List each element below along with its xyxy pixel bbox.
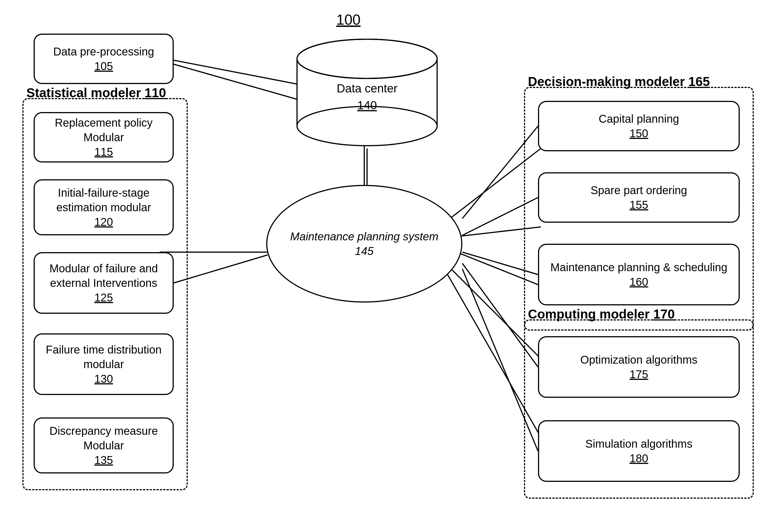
- data-preprocessing-ref: 105: [94, 59, 113, 73]
- data-preprocessing-box: Data pre-processing 105: [34, 34, 174, 84]
- maintenance-planning-label: Maintenance planning & scheduling: [550, 260, 727, 275]
- modular-failure-ref: 125: [94, 290, 113, 305]
- svg-line-17: [174, 255, 268, 283]
- maintenance-system-ref: 145: [355, 245, 374, 257]
- maintenance-system-label: Maintenance planning system: [290, 230, 438, 243]
- data-preprocessing-label: Data pre-processing: [53, 44, 154, 59]
- data-center-cylinder: Data center 140: [294, 36, 440, 148]
- computing-modeler-title: Computing modeler 170: [528, 306, 675, 322]
- discrepancy-box: Discrepancy measure Modular 135: [34, 417, 174, 473]
- initial-failure-ref: 120: [94, 215, 113, 229]
- replacement-policy-ref: 115: [94, 145, 113, 159]
- failure-time-ref: 130: [94, 371, 113, 386]
- svg-point-10: [297, 106, 437, 146]
- optimization-box: Optimization algorithms 175: [538, 336, 740, 398]
- optimization-label: Optimization algorithms: [580, 352, 697, 367]
- initial-failure-box: Initial-failure-stage estimation modular…: [34, 179, 174, 235]
- spare-part-box: Spare part ordering 155: [538, 172, 740, 223]
- spare-part-label: Spare part ordering: [591, 183, 687, 198]
- spare-part-ref: 155: [630, 198, 648, 212]
- modular-failure-box: Modular of failure and external Interven…: [34, 252, 174, 314]
- svg-text:Data center: Data center: [337, 82, 397, 95]
- capital-planning-label: Capital planning: [599, 111, 679, 126]
- simulation-label: Simulation algorithms: [585, 436, 692, 451]
- optimization-ref: 175: [630, 367, 648, 382]
- initial-failure-label: Initial-failure-stage estimation modular: [35, 185, 173, 215]
- decision-making-title: Decision-making modeler 165: [528, 74, 710, 89]
- maintenance-planning-oval: Maintenance planning system 145: [266, 185, 462, 303]
- replacement-policy-label: Replacement policy Modular: [35, 115, 173, 145]
- discrepancy-label: Discrepancy measure Modular: [35, 424, 173, 453]
- modular-failure-label: Modular of failure and external Interven…: [35, 261, 173, 290]
- capital-planning-ref: 150: [630, 126, 648, 141]
- top-label: 100: [336, 11, 361, 28]
- svg-text:140: 140: [357, 99, 377, 112]
- simulation-box: Simulation algorithms 180: [538, 420, 740, 482]
- replacement-policy-box: Replacement policy Modular 115: [34, 112, 174, 162]
- failure-time-label: Failure time distribution modular: [35, 342, 173, 371]
- svg-line-15: [174, 60, 297, 84]
- failure-time-box: Failure time distribution modular 130: [34, 333, 174, 395]
- capital-planning-box: Capital planning 150: [538, 101, 740, 151]
- simulation-ref: 180: [630, 451, 648, 466]
- svg-point-11: [298, 40, 436, 77]
- discrepancy-ref: 135: [94, 453, 113, 467]
- maintenance-planning-box: Maintenance planning & scheduling 160: [538, 244, 740, 305]
- diagram: 100 Data pre-processing 105 Statistical …: [0, 0, 770, 532]
- maintenance-planning-ref: 160: [630, 275, 648, 289]
- statistical-modeler-title: Statistical modeler 110: [26, 85, 166, 100]
